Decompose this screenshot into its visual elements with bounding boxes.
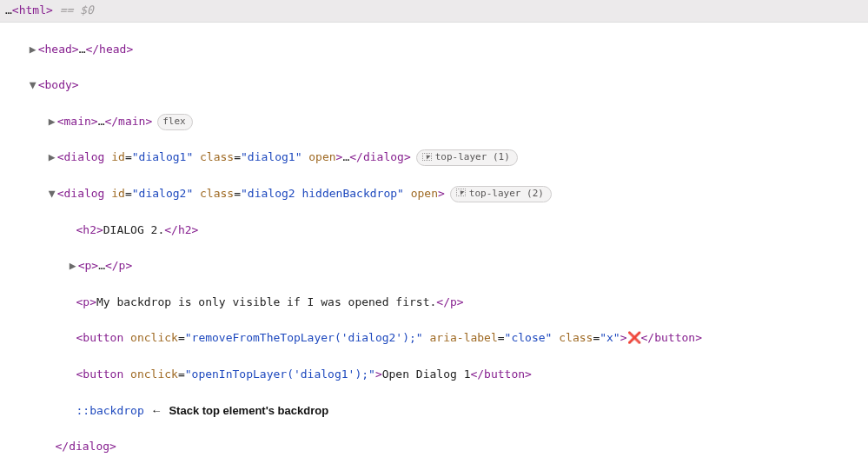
dom-row-dialog2-open[interactable]: ▼<dialog id="dialog2" class="dialog2 hid… [0,167,868,203]
tag-body-open: <body> [38,78,79,91]
attr-class: class [200,187,234,200]
attr-id: id [111,187,125,200]
tag-dialog-close: </dialog> [349,150,410,163]
annotation-text: Stack top element's backdrop [169,404,328,417]
tag-button-open: <button [76,331,123,344]
tag-main-close: </main> [104,115,152,128]
button-text: Open Dialog 1 [382,368,471,381]
attr-onclick: onclick [130,368,178,381]
attr-aria-label: aria-label [430,331,498,344]
h2-text: DIALOG 2. [103,223,164,236]
close-icon: ❌ [627,331,641,344]
attr-class-value: "dialog1" [241,150,301,163]
dom-row-head[interactable]: ▶<head>…</head> [0,23,868,59]
dom-row-main[interactable]: ▶<main>…</main>flex [0,95,868,131]
expand-icon[interactable]: ▶ [49,113,57,131]
dom-row-button-open-dialog1[interactable]: <button onclick="openInTopLayer('dialog1… [0,348,868,384]
tag-button-open: <button [76,368,123,381]
tag-close-bracket: > [375,368,382,381]
tag-h2-open: <h2> [76,223,103,236]
top-layer-badge-2[interactable]: top-layer (2) [450,186,552,202]
pseudo-backdrop: ::backdrop [76,404,143,417]
tag-dialog-open: <dialog [57,150,105,163]
left-arrow-icon: ← [151,404,162,417]
attr-class: class [559,331,593,344]
tag-p-close: </p> [436,295,463,308]
dom-row-p-text[interactable]: <p>My backdrop is only visible if I was … [0,275,868,312]
scroll-into-view-icon [422,153,432,161]
dom-row-backdrop-pseudo[interactable]: ::backdrop ← Stack top element's backdro… [0,384,868,421]
badge-label: top-layer (1) [435,151,510,162]
scroll-into-view-icon [456,189,466,196]
attr-class-value: "dialog2 hiddenBackdrop" [241,187,404,200]
tag-button-close: </button> [470,368,531,381]
truncation-ellipsis: … [5,3,12,17]
attr-class: class [200,150,234,163]
expand-icon[interactable]: ▶ [30,41,38,59]
tag-dialog-close: </dialog> [55,440,116,453]
expand-icon[interactable]: ▶ [70,257,78,275]
tag-p-open: <p> [76,295,96,308]
p-text: My backdrop is only visible if I was ope… [96,295,436,308]
tag-head-close: </head> [85,43,133,56]
tag-button-close: </button> [641,331,702,344]
selected-expr: == $0 [60,3,94,17]
tag-head-open: <head> [38,43,79,56]
tag-p-open: <p> [78,259,98,272]
selected-element-bar: …<html> == $0 [0,0,868,23]
attr-onclick-value: "removeFromTheTopLayer('dialog2');" [185,331,423,344]
tag-h2-close: </h2> [164,223,198,236]
attr-aria-value: "close" [505,331,553,344]
dom-row-dialog1[interactable]: ▶<dialog id="dialog1" class="dialog1" op… [0,131,868,168]
attr-id-value: "dialog2" [132,187,193,200]
collapse-icon[interactable]: ▼ [49,185,57,203]
tag-dialog-open: <dialog [57,187,105,200]
dom-row-p-collapsed[interactable]: ▶<p>…</p> [0,239,868,275]
tag-p-close: </p> [105,259,132,272]
attr-id: id [111,150,125,163]
attr-onclick: onclick [130,331,178,344]
badge-label: top-layer (2) [469,188,544,199]
top-layer-badge-1[interactable]: top-layer (1) [416,149,518,166]
dom-row-body-open[interactable]: ▼<body> [0,58,868,95]
ellipsis-icon: … [98,259,105,272]
dom-row-button-close[interactable]: <button onclick="removeFromTheTopLayer('… [0,312,868,348]
dom-row-h2[interactable]: <h2>DIALOG 2.</h2> [0,203,868,240]
dom-row-dialog2-close[interactable]: </dialog> [0,420,868,456]
attr-class-value: "x" [600,331,620,344]
tag-close-bracket: > [620,331,627,344]
tag-close-bracket: > [438,187,445,200]
tag-main-open: <main> [57,115,98,128]
attr-open: open [308,150,335,163]
expand-icon[interactable]: ▶ [49,149,57,167]
attr-id-value: "dialog1" [132,150,193,163]
tag-html[interactable]: <html> [12,3,53,17]
collapse-icon[interactable]: ▼ [30,76,38,95]
attr-open: open [411,187,438,200]
attr-onclick-value: "openInTopLayer('dialog1');" [185,368,375,381]
flex-badge[interactable]: flex [157,114,193,130]
